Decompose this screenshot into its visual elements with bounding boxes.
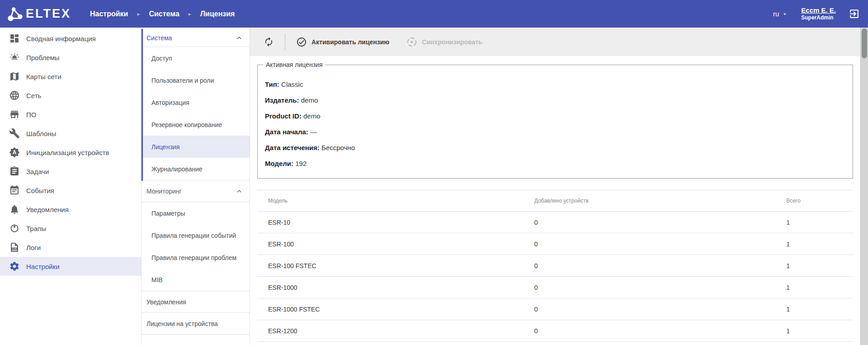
sidebar-item-templates[interactable]: Шаблоны bbox=[0, 124, 141, 143]
submenu-item-parameters[interactable]: Параметры bbox=[142, 202, 250, 224]
sidebar-item-label: Сводная информация bbox=[26, 35, 96, 43]
siren-icon bbox=[9, 52, 20, 63]
field-label: Тип: bbox=[265, 80, 279, 88]
field-value: — bbox=[310, 128, 317, 136]
submenu-item-authorization[interactable]: Авторизация bbox=[142, 91, 250, 113]
cell-added: 0 bbox=[534, 298, 787, 320]
submenu-section-monitoring: Мониторинг Параметры Правила генерации с… bbox=[142, 180, 250, 291]
submenu-section-system: Система Доступ Пользователи и роли Автор… bbox=[142, 29, 250, 180]
table-row: ESR-100 FSTEC01 bbox=[257, 255, 853, 277]
globe-icon bbox=[9, 90, 20, 101]
field-value: Classic bbox=[281, 80, 303, 88]
language-selector[interactable]: ru bbox=[773, 10, 788, 18]
sidebar-item-label: Логи bbox=[26, 244, 41, 251]
submenu-item-device-licenses[interactable]: Лицензии на устройства bbox=[142, 313, 250, 335]
submenu-header-system[interactable]: Система bbox=[142, 29, 250, 47]
sidebar-item-summary[interactable]: Сводная информация bbox=[0, 29, 141, 48]
submenu-item-logging[interactable]: Журналирование bbox=[142, 158, 250, 180]
submenu-header-label: Система bbox=[146, 34, 172, 42]
sidebar-item-device-init[interactable]: Инициализация устройств bbox=[0, 143, 141, 162]
synchronize-label: Синхронизировать bbox=[422, 38, 482, 46]
field-value: demo bbox=[303, 112, 321, 120]
sidebar-item-events[interactable]: События bbox=[0, 181, 141, 200]
chevron-down-icon bbox=[781, 10, 788, 18]
sidebar-item-network-maps[interactable]: Карты сети bbox=[0, 67, 141, 86]
cell-model: ESR-1200 bbox=[257, 320, 534, 342]
cell-total: 1 bbox=[786, 277, 853, 298]
sidebar-item-logs[interactable]: LOG Логи bbox=[0, 238, 141, 257]
clipboard-icon bbox=[9, 166, 20, 177]
sidebar-item-label: Инициализация устройств bbox=[26, 149, 109, 156]
sidebar-item-settings[interactable]: Настройки bbox=[0, 257, 141, 276]
submenu-item-notifications[interactable]: Уведомления bbox=[142, 291, 250, 313]
cell-total: 1 bbox=[786, 255, 853, 277]
cell-total: 1 bbox=[786, 298, 853, 320]
sidebar-item-traps[interactable]: Трапы bbox=[0, 219, 141, 238]
synchronize-button[interactable]: Синхронизировать bbox=[406, 37, 482, 47]
field-value: Бессрочно bbox=[321, 144, 355, 151]
sidebar-item-label: События bbox=[26, 187, 54, 194]
table-row: ESR-1000 FSTEC01 bbox=[257, 298, 853, 320]
calendar-icon bbox=[9, 185, 20, 196]
submenu-item-mib[interactable]: MIB bbox=[142, 269, 250, 291]
activate-license-button[interactable]: Активировать лицензию bbox=[296, 37, 389, 47]
bell-icon bbox=[9, 204, 20, 215]
map-icon bbox=[9, 71, 20, 82]
sidebar-item-network[interactable]: Сеть bbox=[0, 86, 141, 105]
sidebar-item-notifications[interactable]: Уведомления bbox=[0, 200, 141, 219]
sidebar-item-label: Шаблоны bbox=[26, 130, 56, 137]
user-menu[interactable]: Eccm E. E. SuperAdmin bbox=[801, 6, 836, 22]
submenu-item-event-rules[interactable]: Правила генерации событий bbox=[142, 224, 250, 246]
cell-added: 0 bbox=[534, 320, 787, 342]
sidebar-item-problems[interactable]: Проблемы bbox=[0, 48, 141, 67]
cell-model: ESR-1000 FSTEC bbox=[257, 298, 534, 320]
active-license-fieldset: Активная лицензия Тип: Classic Издатель:… bbox=[257, 65, 853, 179]
cell-added: 0 bbox=[534, 277, 787, 298]
fieldset-legend: Активная лицензия bbox=[263, 61, 325, 68]
submenu-header-label: Мониторинг bbox=[146, 188, 182, 195]
table-row: ESR-10001 bbox=[257, 233, 853, 255]
cell-model: ESR-1000 bbox=[257, 277, 534, 298]
license-field-models: Модели: 192 bbox=[265, 160, 845, 168]
refresh-icon bbox=[264, 37, 274, 47]
sidebar-item-label: Уведомления bbox=[26, 206, 69, 213]
breadcrumb-settings[interactable]: Настройки bbox=[90, 10, 128, 18]
toolbar-divider bbox=[285, 33, 285, 51]
breadcrumb-system[interactable]: Система bbox=[149, 10, 179, 18]
user-role: SuperAdmin bbox=[801, 14, 836, 22]
license-field-expiry-date: Дата истечения: Бессрочно bbox=[265, 144, 845, 152]
submenu-header-monitoring[interactable]: Мониторинг bbox=[142, 180, 250, 202]
field-label: Product ID: bbox=[265, 112, 302, 120]
submenu-item-users-roles[interactable]: Пользователи и роли bbox=[142, 69, 250, 91]
field-label: Дата истечения: bbox=[265, 144, 320, 151]
cell-total: 1 bbox=[786, 320, 853, 342]
submenu-item-access[interactable]: Доступ bbox=[142, 47, 250, 69]
field-label: Издатель: bbox=[265, 96, 299, 104]
check-circle-icon bbox=[296, 37, 307, 47]
vertical-scrollbar[interactable] bbox=[860, 28, 868, 345]
breadcrumb-license[interactable]: Лицензия bbox=[200, 10, 235, 18]
refresh-button[interactable] bbox=[264, 37, 274, 47]
field-label: Модели: bbox=[265, 160, 293, 167]
sidebar-item-tasks[interactable]: Задачи bbox=[0, 162, 141, 181]
scrollbar-thumb[interactable] bbox=[862, 28, 867, 58]
svg-text:LOG: LOG bbox=[12, 248, 17, 250]
signal-icon bbox=[9, 223, 20, 234]
sidebar-item-label: Задачи bbox=[26, 168, 49, 175]
cell-total: 1 bbox=[786, 212, 853, 233]
breadcrumb-separator-icon: ▸ bbox=[189, 11, 191, 17]
topbar-right: ru Eccm E. E. SuperAdmin bbox=[773, 6, 860, 22]
logout-button[interactable] bbox=[849, 8, 860, 19]
eltex-logo[interactable]: ELTEX bbox=[6, 5, 71, 23]
sidebar-item-label: Настройки bbox=[26, 263, 60, 270]
dashboard-icon bbox=[9, 33, 20, 44]
submenu-item-license[interactable]: Лицензия bbox=[142, 136, 250, 158]
submenu-item-problem-rules[interactable]: Правила генерации проблем bbox=[142, 246, 250, 269]
main-sidebar: Сводная информация Проблемы Карты сети С… bbox=[0, 28, 141, 345]
cell-added: 0 bbox=[534, 212, 787, 233]
submenu-item-backup[interactable]: Резервное копирование bbox=[142, 113, 250, 136]
license-field-type: Тип: Classic bbox=[265, 80, 845, 89]
table-row: ESR-1001 bbox=[257, 212, 853, 233]
cell-added: 0 bbox=[534, 255, 787, 277]
sidebar-item-software[interactable]: ПО bbox=[0, 105, 141, 124]
